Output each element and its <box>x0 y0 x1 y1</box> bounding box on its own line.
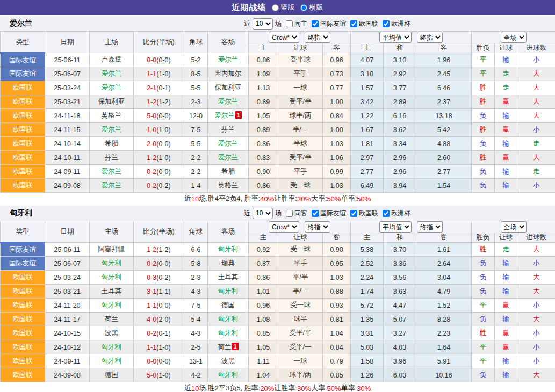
home-odds-cell: 0.83 <box>249 151 278 165</box>
handicap-result-cell: 输 <box>495 257 517 271</box>
wdl-result-cell: 平 <box>472 340 495 354</box>
handicap-cell: 受平/半 <box>278 151 323 165</box>
horizontal-layout-option[interactable]: 横版 <box>300 3 323 12</box>
recent-count-select[interactable]: 10 <box>253 18 273 30</box>
date-column-header[interactable]: 日期 <box>45 32 90 53</box>
corner-column-header[interactable]: 角球 <box>184 221 208 243</box>
vertical-radio[interactable] <box>272 4 279 11</box>
away-odds-cell: 0.95 <box>323 257 351 271</box>
away-odds-cell: 0.84 <box>323 340 351 354</box>
bookmaker-select[interactable]: Crow* <box>269 32 299 43</box>
avg-away-cell: 1.61 <box>416 243 472 257</box>
date-cell: 24-11-20 <box>45 299 90 313</box>
date-cell: 24-09-08 <box>45 368 90 382</box>
score-cell: 1-1(1-0) <box>134 67 184 81</box>
results-table-body: 国际友谊25-06-11卢森堡0-0(0-0)5-2爱尔兰0.86受半球0.96… <box>1 53 555 193</box>
corner-column-header[interactable]: 角球 <box>184 32 208 53</box>
wdl-result-cell: 胜 <box>472 326 495 340</box>
corner-cell: 2-3 <box>184 271 208 285</box>
date-cell: 24-11-17 <box>45 313 90 326</box>
wdl-result-cell: 胜 <box>472 81 495 95</box>
recent-count-select[interactable]: 10 <box>253 208 273 219</box>
match-row: 欧国联24-11-17荷兰4-0(2-0)5-4匈牙利1.08球半0.811.3… <box>1 313 555 326</box>
corner-cell: 7-5 <box>184 123 208 137</box>
avg-draw-cell: 6.16 <box>384 109 416 123</box>
type-column-header[interactable]: 类型 <box>1 32 45 53</box>
handicap-cell: 球半 <box>278 313 323 326</box>
same-venue-checkbox[interactable] <box>286 20 293 27</box>
score-cell: 2-1(0-1) <box>134 81 184 95</box>
goals-result-cell: 小 <box>517 340 555 354</box>
date-column-header[interactable]: 日期 <box>45 221 90 243</box>
goals-result-cell: 大 <box>517 109 555 123</box>
summary-text: 场,胜4平2负4, 胜率: <box>199 194 260 204</box>
date-cell: 25-03-24 <box>45 271 90 285</box>
home-team-cell: 保加利亚 <box>90 95 134 109</box>
home-team-cell: 土耳其 <box>90 285 134 299</box>
away-odds-cell: 0.79 <box>323 354 351 368</box>
match-row: 欧国联24-09-11爱尔兰0-2(0-0)2-2希腊0.90平手0.992.7… <box>1 165 555 179</box>
horizontal-radio[interactable] <box>300 4 307 11</box>
score-column-header[interactable]: 比分(半场) <box>134 32 184 53</box>
avg-draw-cell: 2.89 <box>384 95 416 109</box>
corner-cell: 5-5 <box>184 137 208 151</box>
avg-draw-cell: 3.63 <box>384 285 416 299</box>
summary-text: 40% <box>260 195 274 203</box>
average-odds-select[interactable]: 平均值 <box>379 32 412 43</box>
avg-away-cell: 1.96 <box>416 53 472 67</box>
home-column-header[interactable]: 主场 <box>90 221 134 243</box>
euro-cup-checkbox[interactable] <box>383 210 390 217</box>
fullmatch-select[interactable]: 全场 <box>501 221 527 233</box>
games-label: 场 <box>275 19 282 28</box>
nations-league-checkbox[interactable] <box>350 210 357 217</box>
handicap-result-cell: 输 <box>495 109 517 123</box>
friendly-checkbox[interactable] <box>312 210 319 217</box>
odds-home-header: 主 <box>249 43 278 53</box>
same-venue-checkbox[interactable] <box>286 210 293 217</box>
type-cell: 国际友谊 <box>1 243 45 257</box>
avg-away-cell: 1.52 <box>416 299 472 313</box>
wdl-result-cell: 平 <box>472 53 495 67</box>
away-odds-cell: 0.85 <box>323 368 351 382</box>
avg-away-cell: 2.23 <box>416 326 472 340</box>
handicap-result-cell: 走 <box>495 243 517 257</box>
final-odds-select-2[interactable]: 终指 <box>417 32 443 43</box>
final-odds-select[interactable]: 终指 <box>305 32 330 43</box>
nations-league-checkbox[interactable] <box>350 20 357 27</box>
type-cell: 欧国联 <box>1 340 45 354</box>
friendly-checkbox[interactable] <box>312 20 319 27</box>
average-odds-select[interactable]: 平均值 <box>379 221 412 233</box>
handicap-cell: 受平/半 <box>278 95 323 109</box>
home-odds-cell: 0.86 <box>249 53 278 67</box>
type-column-header[interactable]: 类型 <box>1 221 45 243</box>
away-column-header[interactable]: 客场 <box>208 221 249 243</box>
avg-home-cell: 6.49 <box>351 179 384 193</box>
away-column-header[interactable]: 客场 <box>208 32 249 53</box>
vertical-layout-option[interactable]: 竖版 <box>272 3 295 12</box>
final-odds-select[interactable]: 终指 <box>305 221 330 233</box>
bookmaker-select[interactable]: Crow* <box>269 221 299 233</box>
team-section: 匈牙利 近 10 场 同客 国际友谊 欧国联 欧洲杯 <box>0 206 555 392</box>
wdl-result-cell: 负 <box>472 313 495 326</box>
summary-text: 50% <box>357 195 371 203</box>
home-team-cell: 爱尔兰 <box>90 67 134 81</box>
near-label: 近 <box>244 209 250 218</box>
handicap-odds-group-header: Crow* 终指 <box>249 221 351 233</box>
fullmatch-select[interactable]: 全场 <box>501 32 527 43</box>
home-team-cell: 匈牙利 <box>90 257 134 271</box>
nations-league-label: 欧国联 <box>359 209 378 218</box>
final-odds-select-2[interactable]: 终指 <box>417 221 443 233</box>
friendly-label: 国际友谊 <box>320 209 346 218</box>
home-column-header[interactable]: 主场 <box>90 32 134 53</box>
goals-result-cell: 大 <box>517 285 555 299</box>
record-summary: 近10场,胜4平2负4, 胜率:40% 让胜率:30% 大率:50% 单率:50… <box>0 193 555 205</box>
avg-home-cell: 1.22 <box>351 109 384 123</box>
euro-cup-checkbox[interactable] <box>383 20 390 27</box>
avg-draw-cell: 2.92 <box>384 67 416 81</box>
date-cell: 24-10-11 <box>45 151 90 165</box>
results-table: 类型 日期 主场 比分(半场) 角球 客场 Crow* 终指 平均值 终指 <box>0 221 555 382</box>
score-column-header[interactable]: 比分(半场) <box>134 221 184 243</box>
away-team-cell: 匈牙利 <box>208 243 249 257</box>
wdl-result-cell: 负 <box>472 165 495 179</box>
score-cell: 0-2(0-1) <box>134 326 184 340</box>
